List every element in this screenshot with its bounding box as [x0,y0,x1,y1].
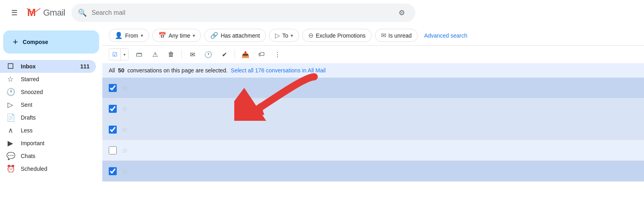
labels-button[interactable]: 🏷 [254,47,269,62]
select-all-dropdown[interactable]: ▾ [120,49,128,60]
snooze-icon: 🕐 [204,51,212,58]
sidebar-item-label: Important [21,140,90,146]
toolbar-divider [181,50,182,59]
delete-button[interactable]: 🗑 [164,47,178,62]
mail-icon: ✉ [381,32,386,39]
star-button[interactable]: ☆ [122,84,128,92]
from-filter-chip[interactable]: 👤 From ▾ [109,29,149,42]
archive-icon: 🗃 [136,51,142,58]
archive-button[interactable]: 🗃 [132,47,146,62]
mark-unread-button[interactable]: ✉ [185,47,199,62]
more-icon: ⋮ [274,51,281,58]
more-options-button[interactable]: ⋮ [270,47,285,62]
send-icon: ▷ [6,100,14,109]
to-icon: ▷ [275,32,280,39]
email-checkbox[interactable] [109,167,117,175]
person-icon: 👤 [115,32,123,39]
advanced-search-link[interactable]: Advanced search [424,32,467,39]
attachment-chip-label: Has attachment [221,32,260,39]
sidebar-item-less[interactable]: ∧ Less [0,124,96,137]
email-row[interactable]: ☆ [102,98,644,119]
search-options-button[interactable]: ⚙ [395,5,409,21]
unread-filter-chip[interactable]: ✉ Is unread [375,29,418,42]
selection-text: All 50 conversations on this page are se… [109,67,227,74]
toolbar-divider-2 [235,50,235,59]
sidebar-item-starred[interactable]: ☆ Starred [0,73,96,86]
email-row[interactable]: ☆ [102,140,644,161]
exclude-chip-label: Exclude Promotions [316,32,366,39]
sidebar-item-chats[interactable]: 💬 Chats [0,150,96,162]
inbox-count: 111 [80,63,90,70]
email-row[interactable]: ☆ [102,161,644,182]
clock-icon: 🕐 [6,88,14,96]
chevron-down-icon: ▾ [141,33,143,38]
email-checkbox[interactable] [109,146,117,154]
hamburger-menu-button[interactable]: ☰ [6,5,22,21]
scheduled-icon: ⏰ [6,164,14,173]
move-icon: 📥 [241,51,249,58]
from-chip-label: From [125,32,138,39]
filter-bar: 👤 From ▾ 📅 Any time ▾ 🔗 Has attachment ▷… [102,26,644,46]
mark-unread-icon: ✉ [190,51,195,58]
draft-icon: 📄 [6,113,14,122]
sidebar-item-label: Sent [21,102,90,108]
main-layout: + Compose ☐ Inbox 111 ☆ Starred 🕐 Snooze… [0,26,644,216]
svg-text:M: M [27,6,36,18]
email-list: ☆ ☆ ☆ ☆ ☆ [102,78,644,216]
email-row[interactable]: ☆ [102,78,644,98]
sidebar-item-inbox[interactable]: ☐ Inbox 111 [0,60,96,73]
sidebar-item-label: Scheduled [21,166,90,172]
star-button[interactable]: ☆ [122,146,128,155]
select-all-checkbox[interactable]: ☑ [109,49,120,60]
search-bar: 🔍 ⚙ [72,4,415,22]
checkbox-checked-icon: ☑ [112,51,118,58]
email-checkbox[interactable] [109,126,117,134]
task-icon: ✔ [222,51,227,58]
sidebar-item-label: Drafts [21,114,90,121]
sidebar-item-label: Less [21,127,90,134]
to-chip-label: To [282,32,288,39]
star-button[interactable]: ☆ [122,125,128,134]
sidebar-item-label: Snoozed [21,89,90,95]
sidebar-item-label: Starred [21,76,90,82]
app-header: ☰ M G [0,0,644,26]
email-checkbox[interactable] [109,105,117,113]
calendar-icon: 📅 [158,32,166,39]
spam-button[interactable]: ⚠ [148,47,162,62]
sidebar-item-sent[interactable]: ▷ Sent [0,98,96,111]
add-task-button[interactable]: ✔ [217,47,231,62]
sidebar-item-important[interactable]: ▶ Important [0,137,96,150]
delete-icon: 🗑 [168,51,174,58]
sidebar-item-snoozed[interactable]: 🕐 Snoozed [0,86,96,98]
attachment-filter-chip[interactable]: 🔗 Has attachment [204,29,266,42]
email-row[interactable]: ☆ [102,119,644,140]
sidebar-item-drafts[interactable]: 📄 Drafts [0,111,96,124]
compose-label: Compose [23,39,48,45]
star-button[interactable]: ☆ [122,104,128,113]
star-button[interactable]: ☆ [122,167,128,176]
search-input[interactable] [92,9,390,16]
sidebar-item-scheduled[interactable]: ⏰ Scheduled [0,162,96,175]
exclude-promotions-filter-chip[interactable]: ⊖ Exclude Promotions [302,29,372,42]
chevron-down-icon: ▾ [291,33,293,38]
anytime-filter-chip[interactable]: 📅 Any time ▾ [152,29,201,42]
search-icon: 🔍 [78,8,87,17]
sidebar-item-label: Chats [21,153,90,159]
select-all-conversations-link[interactable]: Select all 176 conversations in All Mail [231,67,325,74]
email-checkbox[interactable] [109,84,117,92]
toolbar: ☑ ▾ 🗃 ⚠ 🗑 ✉ 🕐 ✔ [102,46,644,63]
collapse-icon: ∧ [6,126,14,135]
compose-button[interactable]: + Compose [3,30,99,54]
move-to-button[interactable]: 📥 [238,47,253,62]
important-icon: ▶ [6,139,14,148]
selection-banner: All 50 conversations on this page are se… [102,63,644,78]
chat-icon: 💬 [6,152,14,160]
inbox-icon: ☐ [6,62,14,71]
snooze-button[interactable]: 🕐 [201,47,215,62]
label-icon: 🏷 [258,51,265,58]
sidebar-item-label: Inbox [21,63,74,70]
app-name-label: Gmail [43,8,65,18]
compose-plus-icon: + [13,37,18,47]
exclude-icon: ⊖ [308,32,313,39]
to-filter-chip[interactable]: ▷ To ▾ [269,29,299,42]
